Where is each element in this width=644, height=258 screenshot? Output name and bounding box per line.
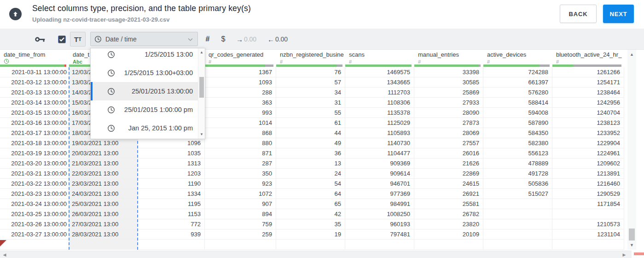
cell: 588414 [483,98,552,108]
cell: 1096 [138,138,205,148]
datetime-format-option[interactable]: 25/01/2015 1:00:00 pm [91,100,199,119]
vertical-scrollbar[interactable]: ▲ ▼ [627,50,636,250]
cell: 772 [138,219,205,229]
scroll-up-arrow-icon[interactable]: ▲ [627,51,636,58]
money-type-button[interactable]: $ [217,29,229,50]
cell: 26782 [414,209,483,219]
column-name: scans [349,51,414,58]
number-type-label: # [209,59,211,64]
cell: 797481 [345,229,414,240]
cell: 2021-03-16 13:00:00 [0,118,69,128]
scroll-down-arrow-icon[interactable]: ▼ [627,241,636,249]
table-row: 2021-03-22 13:00:0023/03/2021 13:0011909… [0,179,624,189]
arrow-right-icon: → [236,35,243,43]
cell: 1125029 [345,118,414,128]
dropdown-scrollbar[interactable]: ▲ ▼ [198,48,205,139]
cell: 1140730 [345,138,414,148]
datetime-select-value: Date / time [105,35,137,43]
text-type-button[interactable]: TT [70,32,86,47]
cell: 1035 [138,148,205,158]
cell: 1093 [205,77,276,88]
column-header-date_time_from[interactable]: date_time_from [0,50,69,64]
cell: 1209602 [552,158,624,169]
cell: 1008250 [345,209,414,219]
column-name: date_time_from [4,51,69,58]
column-header-nzbn_registered_busine[interactable]: nzbn_registered_busine# [276,50,345,64]
cell: 33398 [414,67,483,77]
cell [69,240,138,250]
datetime-format-option[interactable]: 1/25/2015 13:00+03:00 [91,64,199,82]
scroll-left-arrow-icon[interactable]: ◀ [1,251,8,258]
cell: 1231104 [552,229,624,240]
cell: 1313 [138,158,205,169]
cell: 2021-03-27 13:00:00 [0,229,69,240]
datetime-format-option[interactable]: Jan 25, 2015 1:00 pm [91,119,199,137]
next-button[interactable]: NEXT [603,5,634,23]
cell: 946701 [345,179,414,189]
cell: 594008 [483,108,552,118]
column-header-manual_entries[interactable]: manual_entries# [414,50,483,64]
cell: 61 [276,118,345,128]
cell: 25581 [414,199,483,209]
datetime-format-select[interactable]: Date / time [90,32,198,46]
integer-type-button[interactable]: # [202,29,214,50]
cell: 65 [276,199,345,209]
boolean-type-checkbox-icon[interactable] [55,29,68,50]
cell: 2021-03-15 13:00:00 [0,108,69,118]
cell: 2021-03-22 13:00:00 [0,179,69,189]
table-row: 2021-03-19 13:00:0020/03/2021 13:0010358… [0,148,624,158]
column-name: active_devices [487,51,552,58]
cell [414,240,483,250]
cell: 22869 [414,169,483,179]
vertical-scroll-thumb[interactable] [629,229,635,240]
datetime-format-option[interactable]: 1/25/2015 13:00 [91,48,199,64]
cell: 25869 [414,88,483,98]
quality-bar [205,64,276,67]
clock-icon [107,106,115,114]
cell: 24/03/2021 13:00 [69,189,138,199]
number-type-label: # [487,59,490,64]
cell [345,240,414,250]
column-name: qr_codes_generated [209,51,276,58]
cell: 1112703 [345,88,414,98]
cell: 1195 [138,199,205,209]
column-header-active_devices[interactable]: active_devices# [483,50,552,64]
cell: 288 [205,88,276,98]
number-type-label: # [280,59,283,64]
cell: 1014 [205,118,276,128]
dropdown-scroll-down-icon[interactable]: ▼ [198,131,205,138]
scroll-right-arrow-icon[interactable]: ▶ [621,251,628,258]
upload-wizard-window: Select columns type, precision, and the … [0,0,644,258]
table-row: 2021-03-24 13:00:0025/03/2021 13:0011959… [0,199,624,209]
dropdown-scroll-up-icon[interactable]: ▲ [198,49,205,56]
cell: 1229904 [552,138,624,148]
cell: 868 [205,128,276,138]
horizontal-scrollbar[interactable]: ◀ ▶ [0,251,632,258]
primary-key-icon[interactable] [33,29,47,50]
cell: 2021-03-21 13:00:00 [0,169,69,179]
upload-cloud-icon [9,8,22,20]
precision-increase-button[interactable]: →0.00 [233,29,260,50]
back-button[interactable]: BACK [560,5,597,23]
quality-bar [552,64,624,67]
cell: 909614 [345,169,414,179]
column-header-qr_codes_generated[interactable]: qr_codes_generated# [205,50,276,64]
dropdown-scroll-thumb[interactable] [199,77,204,98]
cell: 1233952 [552,128,624,138]
datetime-format-option[interactable]: 25/01/2015 13:00:00 [91,82,199,100]
column-header-bluetooth_active_24_hr_[interactable]: bluetooth_active_24_hr_# [552,50,624,64]
cell: 759 [205,219,276,229]
cell: 1238123 [552,118,624,128]
cell: 13 [276,158,345,169]
cell: 1254171 [552,77,624,88]
column-header-scans[interactable]: scans# [345,50,414,64]
cell: 31 [276,98,345,108]
table-row: 2021-03-20 13:00:0021/03/2021 13:0013132… [0,158,624,169]
cell: 1104477 [345,148,414,158]
table-row: 2021-03-21 13:00:0022/03/2021 13:0012033… [0,169,624,179]
cell: 35 [276,219,345,229]
cell: 984991 [345,199,414,209]
cell [0,240,69,250]
horizontal-scroll-indicator [634,252,644,255]
precision-decrease-button[interactable]: ←0.00 [264,29,291,50]
